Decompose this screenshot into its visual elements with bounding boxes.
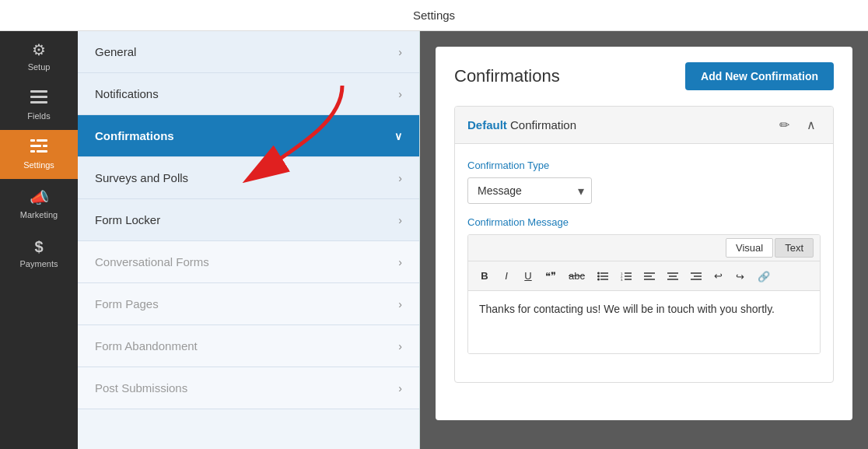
nav-post-submissions-label: Post Submissions [95, 381, 187, 395]
editor-container: Visual Text B I U ❝❞ abc [467, 234, 821, 354]
settings-icon [30, 139, 47, 157]
svg-rect-6 [43, 145, 47, 147]
chevron-right-icon: › [398, 214, 402, 226]
link-button[interactable]: 🔗 [752, 268, 775, 286]
confirmation-type-select[interactable]: Message Redirect Page [467, 177, 592, 204]
sidebar-item-payments[interactable]: $ Payments [0, 229, 78, 278]
panel-title: Confirmations [454, 66, 560, 86]
nav-form-pages-label: Form Pages [95, 297, 159, 310]
confirmation-box-header: Default Confirmation ✏ ∧ [455, 107, 833, 144]
chevron-down-icon: ∨ [394, 130, 402, 142]
confirmation-message-group: Confirmation Message Visual Text B I U [467, 216, 821, 354]
svg-rect-2 [30, 101, 47, 103]
chevron-right-icon: › [398, 298, 402, 310]
default-badge: Default [467, 118, 507, 132]
confirmation-type-select-wrapper: Message Redirect Page ▾ [467, 177, 592, 204]
sidebar-item-fields[interactable]: Fields [0, 81, 78, 130]
nav-item-form-locker[interactable]: Form Locker › [78, 199, 419, 241]
nav-item-surveys[interactable]: Surveys and Polls › [78, 157, 419, 199]
svg-point-14 [597, 275, 600, 277]
confirmation-box-title: Default Confirmation [467, 118, 576, 132]
chevron-right-icon: › [398, 46, 402, 58]
nav-notifications-label: Notifications [95, 87, 159, 100]
redo-button[interactable]: ↪ [730, 268, 751, 286]
sidebar-fields-label: Fields [27, 111, 50, 121]
blockquote-button[interactable]: ❝❞ [540, 267, 562, 285]
text-tab[interactable]: Text [775, 238, 814, 258]
ul-button[interactable] [592, 268, 614, 284]
bold-button[interactable]: B [474, 267, 495, 285]
confirmation-box-actions: ✏ ∧ [775, 116, 821, 134]
svg-rect-0 [30, 90, 47, 93]
confirmation-type-group: Confirmation Type Message Redirect Page … [467, 160, 821, 204]
nav-form-locker-label: Form Locker [95, 213, 160, 226]
align-left-button[interactable] [639, 268, 660, 284]
confirmation-message-label: Confirmation Message [467, 216, 821, 228]
nav-confirmations-label: Confirmations [95, 129, 174, 142]
nav-item-notifications[interactable]: Notifications › [78, 73, 419, 115]
sidebar-payments-label: Payments [20, 259, 58, 268]
svg-rect-4 [37, 139, 47, 142]
chevron-right-icon: › [398, 256, 402, 268]
confirmation-type-label: Confirmation Type [467, 160, 821, 171]
ol-button[interactable]: 1.2.3. [615, 268, 637, 284]
chevron-right-icon: › [398, 172, 402, 184]
confirmation-box: Default Confirmation ✏ ∧ Confirmation Ty… [454, 106, 834, 383]
svg-text:3.: 3. [621, 277, 623, 281]
sidebar-item-settings[interactable]: Settings [0, 130, 78, 179]
sidebar-setup-label: Setup [28, 62, 51, 72]
svg-rect-8 [37, 150, 47, 153]
payments-icon: $ [34, 238, 43, 256]
add-new-confirmation-button[interactable]: Add New Confirmation [685, 62, 834, 90]
edit-button[interactable]: ✏ [775, 116, 794, 134]
nav-surveys-label: Surveys and Polls [95, 171, 188, 184]
visual-tab[interactable]: Visual [726, 238, 773, 258]
svg-rect-7 [30, 150, 35, 153]
svg-point-13 [597, 272, 600, 274]
panel-header: Confirmations Add New Confirmation [454, 62, 834, 90]
nav-general-label: General [95, 45, 136, 58]
strikethrough-button[interactable]: abc [563, 267, 590, 285]
confirmations-panel: Confirmations Add New Confirmation Defau… [436, 47, 852, 420]
sidebar-marketing-label: Marketing [20, 210, 58, 219]
align-right-button[interactable] [685, 268, 707, 284]
undo-button[interactable]: ↩ [709, 267, 729, 285]
svg-point-15 [597, 278, 600, 280]
sidebar-item-setup[interactable]: ⚙ Setup [0, 31, 78, 81]
sidebar: ⚙ Setup Fields Settings 📣 Marketing $ [0, 31, 78, 449]
align-center-button[interactable] [662, 268, 684, 284]
nav-menu: General › Notifications › Confirmations … [78, 31, 420, 449]
top-bar: Settings [0, 0, 868, 31]
svg-rect-1 [30, 96, 47, 98]
editor-content[interactable]: Thanks for contacting us! We will be in … [468, 291, 820, 353]
nav-item-form-abandonment[interactable]: Form Abandonment › [78, 325, 419, 367]
svg-rect-3 [30, 139, 35, 142]
chevron-right-icon: › [398, 88, 402, 100]
nav-item-form-pages[interactable]: Form Pages › [78, 283, 419, 325]
editor-tabs: Visual Text [468, 235, 820, 261]
collapse-button[interactable]: ∧ [802, 116, 821, 134]
sidebar-item-marketing[interactable]: 📣 Marketing [0, 179, 78, 229]
nav-item-general[interactable]: General › [78, 31, 419, 73]
italic-button[interactable]: I [496, 267, 516, 285]
toolbar-row2: ↪ 🔗 [730, 268, 775, 286]
nav-item-confirmations[interactable]: Confirmations ∨ [78, 115, 419, 157]
fields-icon [30, 90, 47, 108]
editor-toolbar: B I U ❝❞ abc 1.2.3. [468, 261, 820, 291]
content-area: Confirmations Add New Confirmation Defau… [420, 31, 868, 449]
underline-button[interactable]: U [518, 267, 538, 285]
nav-item-conversational[interactable]: Conversational Forms › [78, 241, 419, 283]
svg-rect-5 [30, 145, 41, 147]
confirmation-box-body: Confirmation Type Message Redirect Page … [455, 144, 833, 382]
marketing-icon: 📣 [30, 188, 49, 207]
chevron-right-icon: › [398, 382, 402, 395]
nav-conversational-label: Conversational Forms [95, 255, 209, 268]
setup-icon: ⚙ [32, 40, 46, 59]
sidebar-settings-label: Settings [23, 160, 54, 170]
nav-item-post-submissions[interactable]: Post Submissions › [78, 367, 419, 409]
page-title: Settings [413, 9, 455, 22]
chevron-right-icon: › [398, 340, 402, 353]
nav-form-abandonment-label: Form Abandonment [95, 339, 198, 353]
